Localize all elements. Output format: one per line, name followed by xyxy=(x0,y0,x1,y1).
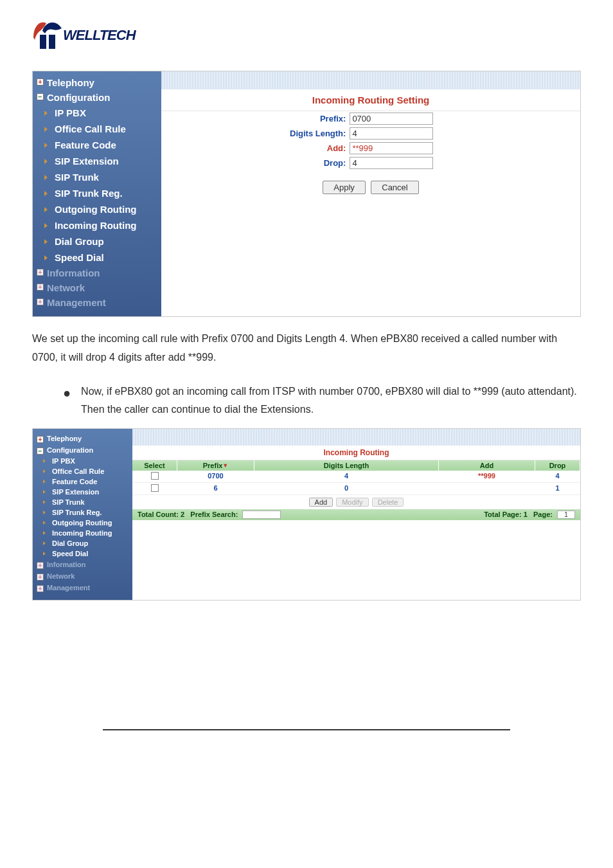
sidebar-item-office-call-rule[interactable]: Office Call Rule xyxy=(33,466,132,476)
sidebar-section-label: Management xyxy=(47,584,90,592)
drop-label: Drop: xyxy=(161,158,350,168)
minus-icon: − xyxy=(37,448,44,455)
triangle-icon xyxy=(44,127,48,132)
sidebar-item-office-call-rule[interactable]: Office Call Rule xyxy=(33,121,161,137)
triangle-icon xyxy=(43,480,46,484)
sidebar-section-configuration[interactable]: − Configuration xyxy=(33,90,161,105)
sidebar-section-label: Network xyxy=(47,572,75,580)
col-prefix[interactable]: Prefix▼ xyxy=(177,460,254,471)
delete-button[interactable]: Delete xyxy=(372,498,404,507)
sidebar-section-telephony[interactable]: + Telephony xyxy=(33,433,132,444)
sidebar-item-sip-trunk[interactable]: SIP Trunk xyxy=(33,169,161,185)
sidebar-item-label: Outgoing Routing xyxy=(55,204,136,215)
digits-length-label: Digits Length: xyxy=(161,129,350,138)
sidebar-item-sip-trunk-reg[interactable]: SIP Trunk Reg. xyxy=(33,507,132,518)
sidebar-section-label: Information xyxy=(47,267,100,278)
row-checkbox[interactable] xyxy=(151,484,159,492)
table-row[interactable]: 0700 4 **999 4 xyxy=(132,471,580,483)
sidebar-section-telephony[interactable]: + Telephony xyxy=(33,75,161,90)
plus-icon: + xyxy=(37,298,44,305)
sidebar-section-label: Information xyxy=(47,561,86,568)
triangle-icon xyxy=(44,191,48,196)
sidebar-section-configuration[interactable]: − Configuration xyxy=(33,444,132,456)
sidebar-item-ip-pbx[interactable]: IP PBX xyxy=(33,105,161,121)
sidebar-item-sip-trunk-reg[interactable]: SIP Trunk Reg. xyxy=(33,185,161,201)
col-add[interactable]: Add xyxy=(439,460,535,471)
plus-icon: + xyxy=(37,78,44,86)
col-drop[interactable]: Drop xyxy=(535,460,580,471)
col-digits-length[interactable]: Digits Length xyxy=(254,460,439,471)
sidebar-item-label: Speed Dial xyxy=(52,550,88,557)
triangle-icon xyxy=(44,159,48,164)
sidebar-section-management[interactable]: + Management xyxy=(33,295,161,310)
total-page-label: Total Page: xyxy=(484,511,521,518)
sidebar-item-outgoing-routing[interactable]: Outgoing Routing xyxy=(33,201,161,217)
sidebar-item-label: IP PBX xyxy=(52,457,75,465)
sidebar-item-feature-code[interactable]: Feature Code xyxy=(33,137,161,153)
sidebar-item-outgoing-routing[interactable]: Outgoing Routing xyxy=(33,518,132,528)
sidebar-item-sip-trunk[interactable]: SIP Trunk xyxy=(33,497,132,507)
drop-input[interactable] xyxy=(350,157,433,169)
triangle-icon xyxy=(43,459,46,463)
sidebar-section-label: Configuration xyxy=(47,446,93,454)
svg-rect-0 xyxy=(40,35,46,49)
footer-divider xyxy=(103,729,510,730)
search-label: Prefix Search: xyxy=(190,511,238,518)
apply-button[interactable]: Apply xyxy=(323,181,366,194)
prefix-input[interactable] xyxy=(350,113,433,125)
sort-desc-icon: ▼ xyxy=(222,462,228,469)
sidebar-item-label: Feature Code xyxy=(52,478,97,485)
logo-mark-icon xyxy=(32,19,64,51)
sidebar-item-sip-extension[interactable]: SIP Extension xyxy=(33,153,161,169)
sidebar-section-label: Network xyxy=(47,282,85,293)
sidebar-item-label: Dial Group xyxy=(55,236,104,247)
total-page-value: 1 xyxy=(524,511,528,518)
cell-add: **999 xyxy=(439,471,535,482)
bullet-item: ● Now, if ePBX80 got an incoming call fr… xyxy=(63,383,581,420)
table-footer: Total Count: 2 Prefix Search: Total Page… xyxy=(132,509,580,520)
page-input[interactable] xyxy=(557,511,575,519)
svg-rect-1 xyxy=(49,35,55,49)
add-button[interactable]: Add xyxy=(309,498,333,507)
sidebar-item-sip-extension[interactable]: SIP Extension xyxy=(33,487,132,497)
sidebar-item-incoming-routing[interactable]: Incoming Routing xyxy=(33,528,132,538)
table-row[interactable]: 6 0 1 xyxy=(132,483,580,495)
sidebar-item-feature-code[interactable]: Feature Code xyxy=(33,476,132,487)
sidebar-item-dial-group[interactable]: Dial Group xyxy=(33,538,132,548)
triangle-icon xyxy=(43,531,46,535)
triangle-icon xyxy=(44,175,48,180)
minus-icon: − xyxy=(37,93,44,100)
sidebar-section-network[interactable]: + Network xyxy=(33,570,132,582)
cell-prefix: 0700 xyxy=(177,471,254,482)
triangle-icon xyxy=(44,207,48,212)
add-input[interactable] xyxy=(350,142,433,154)
sidebar-item-speed-dial[interactable]: Speed Dial xyxy=(33,249,161,266)
plus-icon: + xyxy=(37,436,44,443)
sidebar-item-label: IP PBX xyxy=(55,107,86,118)
sidebar-section-information[interactable]: + Information xyxy=(33,559,132,570)
total-count-label: Total Count: xyxy=(138,511,179,518)
sidebar-section-management[interactable]: + Management xyxy=(33,582,132,593)
cancel-button[interactable]: Cancel xyxy=(371,181,418,194)
sidebar-section-label: Management xyxy=(47,297,106,308)
col-select[interactable]: Select xyxy=(132,460,177,471)
sidebar-item-speed-dial[interactable]: Speed Dial xyxy=(33,548,132,559)
digits-length-input[interactable] xyxy=(350,127,433,140)
row-checkbox[interactable] xyxy=(151,472,159,480)
triangle-icon xyxy=(44,223,48,228)
sidebar-item-dial-group[interactable]: Dial Group xyxy=(33,233,161,249)
sidebar-item-incoming-routing[interactable]: Incoming Routing xyxy=(33,217,161,233)
triangle-icon xyxy=(43,552,46,556)
sidebar-section-network[interactable]: + Network xyxy=(33,280,161,295)
col-prefix-label: Prefix xyxy=(203,462,223,469)
modify-button[interactable]: Modify xyxy=(336,498,368,507)
add-label: Add: xyxy=(161,143,350,153)
sidebar: + Telephony − Configuration IP PBX Offic… xyxy=(33,429,132,600)
sidebar-item-label: SIP Trunk Reg. xyxy=(55,188,123,199)
sidebar-section-information[interactable]: + Information xyxy=(33,266,161,280)
plus-icon: + xyxy=(37,269,44,276)
sidebar-item-label: SIP Trunk xyxy=(55,172,99,183)
sidebar-item-ip-pbx[interactable]: IP PBX xyxy=(33,456,132,466)
prefix-search-input[interactable] xyxy=(242,511,281,519)
sidebar-item-label: SIP Trunk xyxy=(52,498,85,506)
